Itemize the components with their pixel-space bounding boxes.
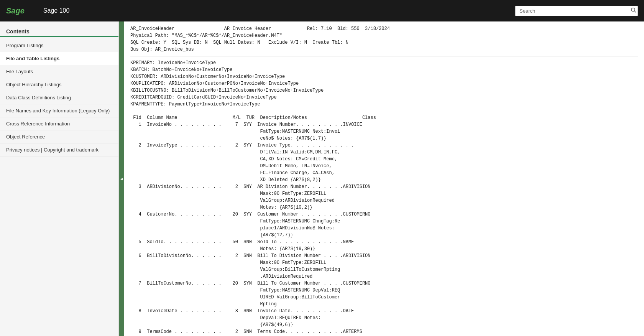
content-line-26: ValGroup:ARDivisionRequired: [130, 197, 638, 204]
collapse-icon: ◄: [120, 177, 123, 181]
main-content: AR_InvoiceHeader AR Invoice Header Rel: …: [124, 21, 644, 336]
content-line-18: 2 InvoiceType . . . . . . . . 2 SYY Invo…: [130, 142, 638, 149]
content-line-29: FmtType:MASTERNUMC ChngTag:Re: [130, 218, 638, 225]
content-line-24: 3 ARDivisionNo. . . . . . . . 2 SNY AR D…: [130, 183, 638, 190]
app-name: Sage 100: [43, 7, 70, 14]
content-line-28: 4 CustomerNo. . . . . . . . . 20 SYY Cus…: [130, 211, 638, 218]
sidebar-item-privacy-notices[interactable]: Privacy notices | Copyright and trademar…: [0, 143, 118, 156]
content-line-3: Bus Obj: AR_Invoice_bus: [130, 46, 638, 53]
sidebar-item-file-names-and-key-information[interactable]: File Names and Key Information (Legacy O…: [0, 104, 118, 117]
content-line-22: FC=Finance Charge, CA=CAsh,: [130, 170, 638, 176]
content-line-2: SQL Create: Y SQL Sys DB: N SQL Null Dat…: [130, 39, 638, 46]
content-line-11: KPAYMENTTYPE: PaymentType+InvoiceNo+Invo…: [130, 101, 638, 108]
content-line-31: {AR7$(12,7)}: [130, 232, 638, 239]
body-layout: Contents Program ListingsFile and Table …: [0, 21, 644, 336]
app-header: Sage Sage 100: [0, 0, 644, 21]
sage-logo: Sage: [6, 7, 25, 15]
content-line-40: UIRED ValGroup:BillToCustomer: [130, 294, 638, 301]
content-line-37: .ARDivisionRequired: [130, 273, 638, 280]
content-line-8: KOUPLICATEPO: ARDivisionNo+CustomerPONo+…: [130, 80, 638, 87]
content-line-35: Mask:00 FmtType:ZEROFILL: [130, 259, 638, 266]
sidebar-item-file-layouts[interactable]: File Layouts: [0, 65, 118, 78]
sidebar: Contents Program ListingsFile and Table …: [0, 21, 119, 336]
content-divider-2: [130, 111, 638, 111]
content-line-10: KCREDITCARDGUID: CreditCardGUID+InvoiceN…: [130, 94, 638, 101]
content-line-33: Notes: {AR7$(19,30)}: [130, 245, 638, 252]
header-divider: [34, 5, 34, 16]
content-line-17: ceNo$ Notes: {AR7$(1,7)}: [130, 135, 638, 142]
content-line-7: KCUSTOMER: ARDivisionNo+CustomerNo+Invoi…: [130, 73, 638, 80]
sidebar-item-object-reference[interactable]: Object Reference: [0, 130, 118, 143]
content-line-34: 6 BillToDivisionNo. . . . . . 2 SNN Bill…: [130, 252, 638, 259]
content-line-23: XD=Deleted {AR7$(8,2)}: [130, 176, 638, 183]
content-line-5: KPRIMARY: InvoiceNo+InvoiceType: [130, 59, 638, 66]
content-line-45: 9 TermsCode . . . . . . . . . 2 SNN Term…: [130, 328, 638, 335]
content-line-36: ValGroup:BillToCustomerRpting: [130, 266, 638, 273]
svg-line-1: [634, 11, 636, 13]
content-line-27: Notes: {AR7$(10,2)}: [130, 204, 638, 211]
logo-area: Sage Sage 100: [6, 5, 69, 16]
sidebar-item-file-and-table-listings[interactable]: File and Table Listings: [0, 52, 118, 65]
content-line-19: DfltVal:IN Valid:CM,DM,IN,FC,: [130, 149, 638, 156]
content-line-13: Fld Column Name M/L TUR Description/Note…: [130, 114, 638, 121]
content-line-21: DM=Debit Memo, IN=INvoice,: [130, 163, 638, 170]
search-button[interactable]: [631, 8, 636, 14]
search-input[interactable]: [515, 6, 638, 16]
content-line-15: 1 InvoiceNo . . . . . . . . . 7 SYY Invo…: [130, 121, 638, 128]
content-divider-1: [130, 56, 638, 56]
collapse-handle[interactable]: ◄: [119, 21, 124, 336]
svg-point-0: [631, 8, 635, 12]
sidebar-title: Contents: [0, 25, 118, 37]
content-line-38: 7 BillToCustomerNo. . . . . . 20 SYN Bil…: [130, 280, 638, 287]
content-line-16: FmtType:MASTERNUMC Next:Invoi: [130, 128, 638, 135]
content-line-41: Rpting: [130, 301, 638, 308]
content-line-43: DepVal:REQUIRED Notes:: [130, 315, 638, 321]
search-area: [515, 6, 638, 16]
sidebar-item-object-hierarchy-listings[interactable]: Object Hierarchy Listings: [0, 78, 118, 91]
content-line-30: place1/ARDivisionNo$ Notes:: [130, 225, 638, 232]
content-line-20: CA,XD Notes: CM=Credit Memo,: [130, 156, 638, 163]
content-line-0: AR_InvoiceHeader AR Invoice Header Rel: …: [130, 25, 638, 32]
content-line-9: KBILLTOCUSTNO: BillToDivisionNo+BillToCu…: [130, 87, 638, 94]
content-line-25: Mask:00 FmtType:ZEROFILL: [130, 190, 638, 197]
sidebar-item-data-class-definitions-listing[interactable]: Data Class Definitions Listing: [0, 91, 118, 104]
sidebar-item-cross-reference-information[interactable]: Cross Reference Information: [0, 117, 118, 130]
content-line-1: Physical Path: "MAS_*%C$*/AR*%C$*/AR_Inv…: [130, 32, 638, 39]
content-line-6: KBATCH: BatchNo+InvoiceNo+InvoiceType: [130, 66, 638, 73]
content-inner: AR_InvoiceHeader AR Invoice Header Rel: …: [124, 21, 644, 336]
content-line-32: 5 SoldTo. . . . . . . . . . . 50 SNN Sol…: [130, 239, 638, 245]
content-line-42: 8 InvoiceDate . . . . . . . . 8 SNN Invo…: [130, 308, 638, 315]
content-line-39: FmtType:MASTERNUMC DepVal:REQ: [130, 287, 638, 294]
sidebar-item-program-listings[interactable]: Program Listings: [0, 39, 118, 52]
content-line-44: {AR7$(49,6)}: [130, 321, 638, 328]
